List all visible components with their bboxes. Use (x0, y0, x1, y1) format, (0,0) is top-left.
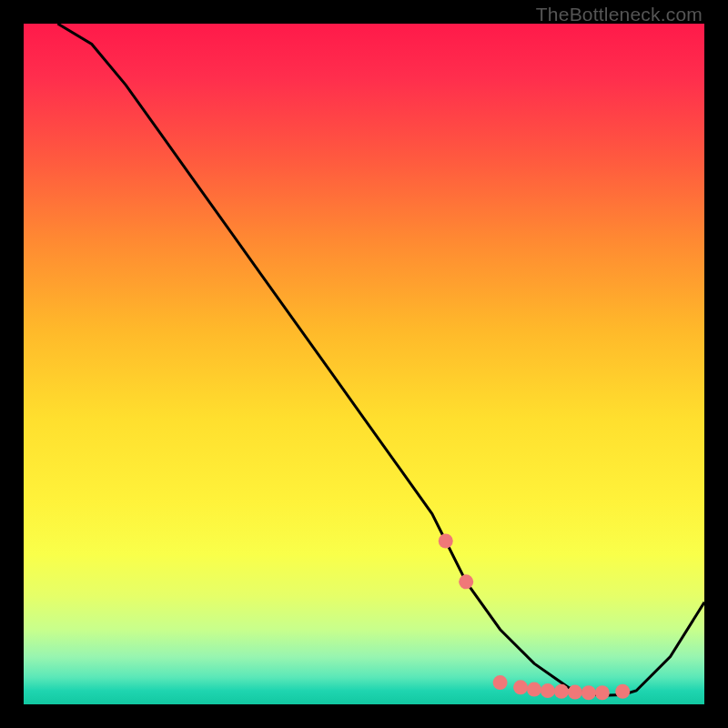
chart-container: TheBottleneck.com (0, 0, 728, 728)
watermark-text: TheBottleneck.com (536, 4, 703, 25)
data-marker (459, 574, 473, 589)
data-marker (581, 685, 596, 700)
chart-svg (24, 24, 704, 704)
curve-line (57, 24, 704, 695)
data-marker (615, 684, 630, 699)
data-marker (554, 684, 569, 699)
plot-area (24, 24, 704, 704)
data-marker (568, 685, 582, 700)
data-marker (541, 683, 555, 698)
data-marker (595, 685, 610, 700)
data-marker (493, 675, 508, 690)
data-marker (527, 682, 541, 697)
data-marker (439, 533, 453, 548)
data-marker (513, 680, 528, 694)
